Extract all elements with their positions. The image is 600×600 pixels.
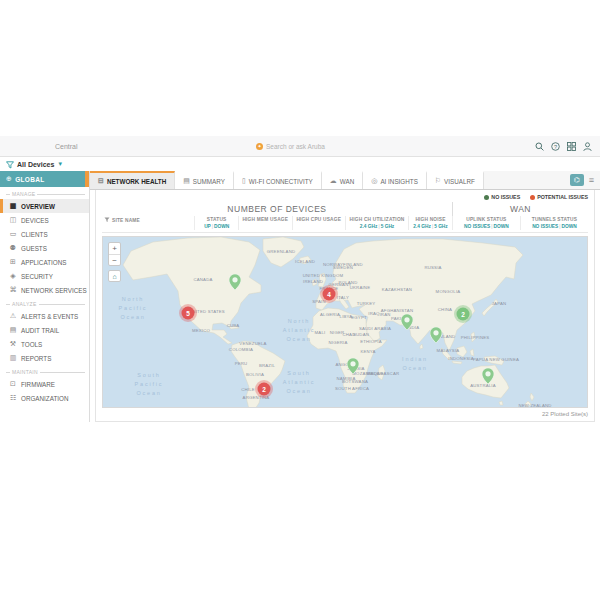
site-pin-marker[interactable] <box>347 358 359 378</box>
plotted-sites-count: 22 Plotted Site(s) <box>542 411 588 417</box>
globe-icon: ⊕ <box>6 175 12 183</box>
column-header-label: HIGH MEM USAGE <box>242 217 288 222</box>
search-icon[interactable] <box>535 142 544 151</box>
sidebar-item-label: APPLICATIONS <box>21 259 66 266</box>
topbar-icons: ? <box>535 142 592 151</box>
subfilter-down[interactable]: DOWN <box>562 224 577 229</box>
subfilter-2-4-ghz[interactable]: 2.4 GHz <box>360 224 378 229</box>
sidebar-item-clients[interactable]: ▭CLIENTS <box>0 227 89 241</box>
search-input[interactable] <box>266 143 344 150</box>
main-content: ⊟NETWORK HEALTH▤SUMMARY▯WI-FI CONNECTIVI… <box>90 171 600 422</box>
tab-network-health[interactable]: ⊟NETWORK HEALTH <box>90 171 175 189</box>
network-health-panel: NO ISSUESPOTENTIAL ISSUES NUMBER OF DEVI… <box>95 190 595 422</box>
subfilter-5-ghz[interactable]: 5 GHz <box>434 224 448 229</box>
sidebar-section-analyze: ANALYZE <box>0 297 89 309</box>
map-home-button[interactable]: ⌂ <box>108 270 121 282</box>
world-map[interactable]: NorthPacificOceanNorthAtlanticOceanSouth… <box>102 236 588 408</box>
group-selector[interactable]: ⊕ GLOBAL <box>0 171 89 187</box>
tab-wan[interactable]: ☁WAN <box>322 171 363 189</box>
tab-label: NETWORK HEALTH <box>107 178 166 185</box>
column-site-name: SITE NAME <box>102 216 194 230</box>
apps-grid-icon[interactable] <box>567 142 576 151</box>
tab-label: VISUALRF <box>444 178 475 185</box>
subfilter-2-4-ghz[interactable]: 2.4 GHz <box>413 224 431 229</box>
sidebar-item-tools[interactable]: ⚒TOOLS <box>0 337 89 351</box>
site-cluster-marker[interactable]: 5 <box>182 307 195 320</box>
country-label-sudan: SUDAN <box>353 332 369 337</box>
sidebar-item-audit-trail[interactable]: ▤AUDIT TRAIL <box>0 323 89 337</box>
column-header: HIGH NOISE <box>411 217 450 222</box>
column-subfilters: NO ISSUES|DOWN <box>523 224 586 229</box>
tab-label: AI INSIGHTS <box>380 178 417 185</box>
tab-summary[interactable]: ▤SUMMARY <box>175 171 234 189</box>
subfilter-down[interactable]: DOWN <box>493 224 508 229</box>
site-cluster-marker[interactable]: 4 <box>323 288 336 301</box>
tools-icon: ⚒ <box>9 340 17 348</box>
sidebar-item-alerts-events[interactable]: ⚠ALERTS & EVENTS <box>0 309 89 323</box>
sidebar-item-devices[interactable]: ◫DEVICES <box>0 213 89 227</box>
tab-wi-fi-connectivity[interactable]: ▯WI-FI CONNECTIVITY <box>234 171 322 189</box>
sidebar-item-label: REPORTS <box>21 355 51 362</box>
site-pin-marker[interactable] <box>482 368 494 388</box>
column-high-cpu-usage: HIGH CPU USAGE <box>292 216 345 230</box>
ai-assistant-button[interactable]: ⌬ <box>570 174 584 186</box>
ocean-label-north-pacific-ocean: Ocean <box>120 314 145 320</box>
column-header: HIGH CH UTILIZATION <box>348 217 406 222</box>
sidebar-item-label: OVERVIEW <box>21 203 55 210</box>
sidebar-item-security[interactable]: ◈SECURITY <box>0 269 89 283</box>
sidebar-item-label: FIRMWARE <box>21 381 55 388</box>
column-high-mem-usage: HIGH MEM USAGE <box>238 216 291 230</box>
group-header-wan: WAN <box>452 202 588 216</box>
tab-label: WI-FI CONNECTIVITY <box>249 178 313 185</box>
chevron-down-icon[interactable]: ▼ <box>57 161 63 167</box>
user-icon[interactable] <box>583 142 592 151</box>
sidebar-item-applications[interactable]: ⊞APPLICATIONS <box>0 255 89 269</box>
country-label-saudi-arabia: SAUDI ARABIA <box>359 326 391 331</box>
country-label-japan: JAPAN <box>492 301 507 306</box>
sidebar-item-reports[interactable]: ▥REPORTS <box>0 351 89 365</box>
subfilter-no-issues[interactable]: NO ISSUES <box>532 224 558 229</box>
column-filter-icon[interactable] <box>104 217 110 224</box>
subfilter-separator: | <box>559 224 560 229</box>
sidebar-item-label: TOOLS <box>21 341 42 348</box>
country-label-iceland: ICELAND <box>295 259 315 264</box>
country-label-new-zealand: NEW ZEALAND <box>518 403 551 408</box>
sidebar-item-guests[interactable]: ⚉GUESTS <box>0 241 89 255</box>
subfilter-no-issues[interactable]: NO ISSUES <box>464 224 490 229</box>
country-label-greenland: GREENLAND <box>267 249 296 254</box>
sidebar-item-label: ORGANIZATION <box>21 395 68 402</box>
country-label-brazil: BRAZIL <box>259 363 275 368</box>
country-label-south-africa: SOUTH AFRICA <box>335 386 369 391</box>
sidebar-item-firmware[interactable]: ⊡FIRMWARE <box>0 377 89 391</box>
column-header-label: SITE NAME <box>112 218 140 223</box>
site-pin-marker[interactable] <box>430 327 442 347</box>
site-cluster-marker[interactable]: 2 <box>457 308 470 321</box>
subfilter-5-ghz[interactable]: 5 GHz <box>381 224 395 229</box>
list-view-toggle-icon[interactable]: ≡ <box>589 176 594 185</box>
zoom-out-button[interactable]: − <box>109 254 120 265</box>
tab-ai-insights[interactable]: ◎AI INSIGHTS <box>363 171 427 189</box>
zoom-in-button[interactable]: + <box>109 243 120 254</box>
column-header-label: HIGH NOISE <box>415 217 445 222</box>
subfilter-up[interactable]: UP <box>204 224 211 229</box>
subfilter-down[interactable]: DOWN <box>214 224 229 229</box>
sidebar-item-network-services[interactable]: ⌘NETWORK SERVICES <box>0 283 89 297</box>
tab-visualrf[interactable]: ⚐VISUALRF <box>427 171 484 189</box>
site-pin-marker[interactable] <box>229 274 241 294</box>
network-services-icon: ⌘ <box>9 286 17 294</box>
sidebar-item-organization[interactable]: ☷ORGANIZATION <box>0 391 89 405</box>
sidebar-item-overview[interactable]: ▦OVERVIEW <box>0 199 89 213</box>
device-filter-bar[interactable]: All Devices ▼ <box>0 157 600 171</box>
column-header-label: HIGH CH UTILIZATION <box>350 217 405 222</box>
country-label-canada: CANADA <box>193 277 212 282</box>
legend-label: NO ISSUES <box>491 194 520 200</box>
column-subfilters: UP|DOWN <box>197 224 236 229</box>
help-icon[interactable]: ? <box>551 142 560 151</box>
column-subfilters: NO ISSUES|DOWN <box>455 224 518 229</box>
country-label-malaysia: MALAYSIA <box>437 348 460 353</box>
ocean-label-south-pacific-ocean: South <box>137 372 160 378</box>
site-cluster-marker[interactable]: 2 <box>258 383 271 396</box>
global-search[interactable]: ✦ <box>0 143 600 150</box>
site-pin-marker[interactable] <box>401 314 413 334</box>
sidebar-item-label: GUESTS <box>21 245 47 252</box>
